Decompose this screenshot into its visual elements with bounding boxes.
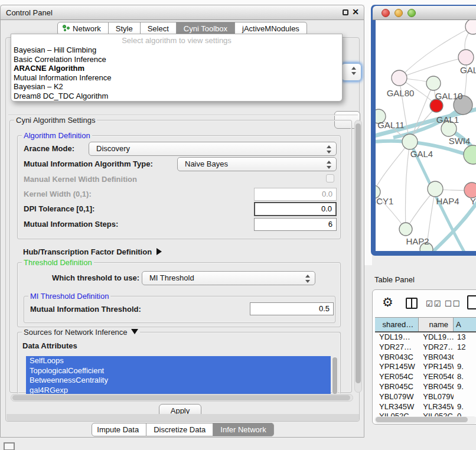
- table-cell: YIL052C: [419, 412, 454, 416]
- data-attributes-list: SelfLoopsTopologicalCoefficientBetweenne…: [26, 356, 331, 396]
- table-cell: YLR345W: [419, 402, 454, 412]
- table-cell: 9.: [454, 362, 476, 372]
- table-row[interactable]: YBR045CYBR045C9.: [375, 382, 476, 392]
- mac-zoom-icon[interactable]: [407, 9, 416, 17]
- tab-discretize-data[interactable]: Discretize Data: [146, 423, 213, 436]
- collapsed-arrow-icon: [157, 248, 162, 255]
- close-icon[interactable]: ✕: [352, 7, 359, 17]
- hub-definition-toggle[interactable]: Hub/Transcription Factor Definition: [23, 247, 162, 256]
- list-vscrollbar[interactable]: [332, 357, 338, 394]
- dpi-tolerance-field[interactable]: 0.0: [254, 202, 337, 216]
- kernel-width-label: Kernel Width (0,1):: [24, 190, 92, 198]
- algorithm-combo-fragment[interactable]: [341, 63, 361, 81]
- aracne-mode-label: Aracne Mode:: [24, 144, 74, 153]
- attribute-list-item[interactable]: BetweennessCentrality: [26, 376, 331, 386]
- collapsed-panel-icon[interactable]: [4, 442, 15, 450]
- table-rows: YDL19…YDL19…13YDR27…YDR27…12YBR043CYBR04…: [375, 332, 476, 416]
- mi-type-label: Mutual Information Algorithm Type:: [24, 159, 153, 168]
- network-node[interactable]: [464, 145, 476, 164]
- table-cell: 8.: [454, 372, 476, 382]
- network-canvas[interactable]: GALGAL80GAL10GAL1GAL11GAL4SWI4GCY1HAP4YH…: [376, 20, 476, 251]
- settings-vscrollbar[interactable]: [354, 120, 362, 393]
- node-label: GAL: [460, 65, 476, 75]
- dropdown-item[interactable]: Mutual Information Inference: [11, 73, 342, 83]
- mac-close-icon[interactable]: [382, 9, 390, 17]
- dropdown-prompt: Select algorithm to view settings: [11, 34, 342, 45]
- control-panel-titlebar: Control Panel ✕: [1, 5, 364, 20]
- column-header-clipped[interactable]: A: [454, 318, 476, 331]
- dropdown-item[interactable]: Bayesian – Hill Climbing: [11, 45, 342, 55]
- algorithm-dropdown-popup: Select algorithm to view settings Bayesi…: [11, 34, 343, 102]
- table-row[interactable]: YDL19…YDL19…13: [375, 332, 476, 343]
- network-node-gal10[interactable]: [426, 76, 441, 90]
- table-cell: YBR045C: [419, 382, 454, 392]
- mac-minimize-icon[interactable]: [395, 9, 403, 17]
- kernel-width-field[interactable]: 0.0: [254, 188, 337, 201]
- gear-icon[interactable]: ⚙: [382, 295, 393, 309]
- aracne-mode-combo[interactable]: Discovery: [89, 142, 337, 156]
- node-label: Y: [470, 196, 476, 206]
- network-node-gal4[interactable]: [402, 134, 418, 149]
- document-icon[interactable]: [467, 295, 476, 309]
- dropdown-item[interactable]: ARACNE Algorithm: [11, 64, 342, 73]
- table-row[interactable]: YER054CYER054C8.: [375, 372, 476, 382]
- table-cell: [454, 353, 476, 363]
- tab-impute-data[interactable]: Impute Data: [92, 423, 146, 436]
- network-node-hap4[interactable]: [428, 181, 443, 197]
- mi-steps-field[interactable]: 6: [254, 218, 337, 231]
- float-window-icon[interactable]: [343, 9, 348, 15]
- network-node[interactable]: [465, 20, 476, 34]
- node-label: GAL80: [387, 88, 415, 98]
- table-toolbar: ⚙ ☑☑ ☐☐: [373, 290, 476, 317]
- dropdown-items: Bayesian – Hill ClimbingBasic Correlatio…: [11, 45, 342, 100]
- network-node-hap2[interactable]: [399, 223, 412, 236]
- table-cell: YBR043C: [419, 353, 454, 363]
- which-threshold-combo[interactable]: MI Threshold: [142, 271, 315, 285]
- dropdown-item[interactable]: Bayesian – K2: [11, 82, 342, 92]
- node-label: HAP2: [406, 236, 429, 246]
- table-row[interactable]: YIL052CYIL052C0.: [375, 412, 476, 416]
- network-node-gal80[interactable]: [392, 70, 407, 86]
- table-row[interactable]: YBL079WYBL079W: [375, 392, 476, 402]
- table-row[interactable]: YPR145WYPR145W9.: [375, 362, 476, 372]
- table-row[interactable]: YDR27…YDR27…12: [375, 343, 476, 353]
- tab-infer-network[interactable]: Infer Network: [213, 423, 273, 436]
- attribute-list-item[interactable]: TopologicalCoefficient: [26, 366, 331, 376]
- deselect-all-checkboxes-icon[interactable]: ☐☐: [445, 299, 461, 308]
- columns-icon[interactable]: [406, 298, 418, 309]
- dropdown-item[interactable]: Basic Correlation Inference: [11, 55, 342, 64]
- table-cell: YLR345W: [375, 402, 419, 412]
- cyni-bottom-tabs: Impute Data Discretize Data Infer Networ…: [1, 423, 365, 436]
- which-threshold-label: Which threshold to use:: [52, 273, 139, 282]
- attribute-list-item[interactable]: SelfLoops: [26, 356, 331, 366]
- network-node-gal1[interactable]: [430, 99, 443, 112]
- table-cell: YDR27…: [375, 343, 419, 353]
- table-panel-title: Table Panel: [374, 275, 415, 284]
- column-header-shared-name[interactable]: shared…: [375, 318, 419, 331]
- select-all-checkboxes-icon[interactable]: ☑☑: [426, 299, 442, 308]
- stepper-icon: [326, 145, 331, 154]
- manual-kernel-checkbox[interactable]: [326, 174, 334, 182]
- sources-legend[interactable]: Sources for Network Inference: [22, 328, 140, 337]
- table-cell: YBL079W: [419, 392, 454, 402]
- table-hscrollbar[interactable]: [374, 416, 476, 423]
- table-cell: 9.: [454, 382, 476, 392]
- mi-steps-label: Mutual Information Steps:: [24, 220, 118, 229]
- table-panel: ⚙ ☑☑ ☐☐ shared… name A YDL19…YDL19…13YDR…: [372, 289, 476, 425]
- network-edge: [406, 142, 410, 229]
- stepper-icon: [326, 160, 331, 169]
- column-header-name[interactable]: name: [419, 318, 454, 331]
- mi-threshold-field[interactable]: 0.5: [250, 302, 334, 315]
- node-label: GAL1: [436, 115, 459, 125]
- network-node-gal[interactable]: [458, 50, 474, 65]
- table-row[interactable]: YLR345WYLR345W9.: [375, 402, 476, 412]
- table-cell: YDR27…: [419, 343, 454, 353]
- settings-hscrollbar[interactable]: [11, 394, 353, 402]
- table-row[interactable]: YBR043CYBR043C: [375, 353, 476, 363]
- dropdown-item[interactable]: Dream8 DC_TDC Algorithm: [11, 92, 342, 101]
- network-icon: [63, 25, 70, 31]
- table-cell: 9.: [454, 402, 476, 412]
- threshold-definition-legend: Threshold Definition: [22, 258, 94, 267]
- table-cell: 0.: [454, 412, 476, 416]
- mi-type-combo[interactable]: Naive Bayes: [177, 157, 337, 171]
